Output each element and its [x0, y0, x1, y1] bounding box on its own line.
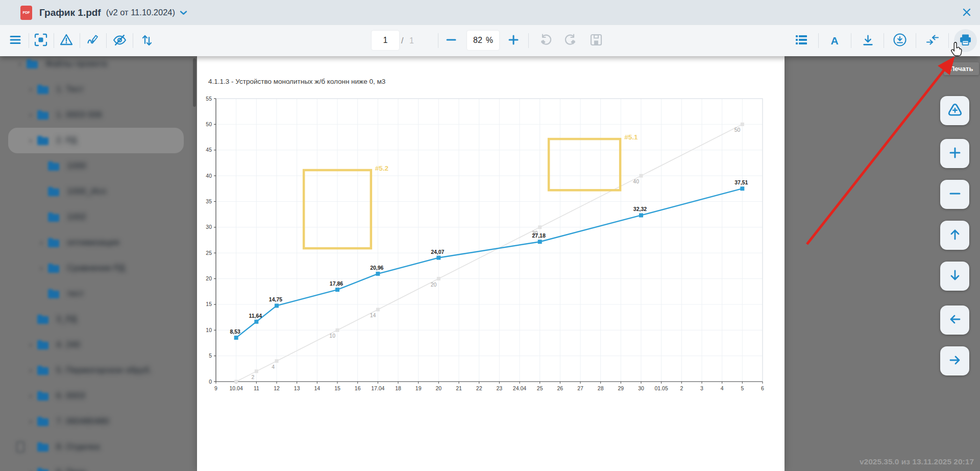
fit-to-screen-button[interactable] [29, 25, 53, 56]
sidebar-item[interactable]: 1000_Исп [8, 179, 184, 204]
download-all-button[interactable] [888, 25, 912, 56]
divider [818, 33, 819, 48]
tree-chevron-icon[interactable]: › [25, 136, 36, 145]
annotation-box[interactable]: #5.2 [304, 164, 388, 248]
download-button[interactable] [856, 25, 879, 56]
tree-chevron-icon[interactable]: › [14, 59, 26, 68]
tree-chevron-icon[interactable]: › [25, 391, 36, 401]
tree-chevron-icon[interactable]: › [25, 85, 36, 94]
redo-button[interactable] [558, 25, 582, 56]
go-forward-button[interactable] [940, 346, 969, 375]
svg-text:20: 20 [206, 275, 212, 281]
zoom-in-float-button[interactable] [940, 139, 969, 168]
page-down-button[interactable] [940, 262, 969, 291]
draw-annotation-button[interactable] [82, 25, 105, 56]
go-back-button[interactable] [940, 305, 969, 335]
undo-button[interactable] [534, 25, 558, 56]
print-button[interactable] [953, 25, 977, 56]
zoom-out-button[interactable] [439, 25, 463, 56]
add-annotation-button[interactable] [940, 96, 969, 125]
svg-text:20,96: 20,96 [370, 265, 383, 271]
svg-text:17.04: 17.04 [371, 385, 384, 391]
zoom-out-float-button[interactable] [940, 180, 969, 209]
svg-text:#5.1: #5.1 [624, 133, 638, 141]
sort-vertical-button[interactable] [135, 25, 159, 56]
menu-icon [9, 34, 21, 48]
sidebar-item-label: 1. 0003 006 [56, 110, 102, 120]
folder-icon [36, 441, 50, 453]
svg-text:25: 25 [206, 250, 212, 256]
divider [80, 33, 80, 48]
compare-collapse-button[interactable] [921, 25, 944, 56]
sidebar-item[interactable]: ›9. Проч [8, 460, 184, 471]
annotation-box[interactable]: #5.1 [549, 133, 638, 190]
sidebar-item[interactable]: ›оптимизация [8, 230, 184, 255]
sidebar-item[interactable]: тест [8, 281, 184, 307]
close-button[interactable] [961, 7, 973, 19]
red-arrow [807, 68, 945, 244]
plus-icon [508, 34, 519, 47]
sidebar-item[interactable]: ›4. 240 [8, 332, 184, 358]
folder-icon [36, 84, 50, 95]
sidebar-item[interactable]: ›1. Тест [8, 77, 184, 102]
sidebar-item-label: 1000 [67, 161, 86, 171]
zoom-level-input[interactable]: 82% [467, 31, 499, 50]
sidebar-item[interactable]: ›2. РД [8, 128, 184, 153]
svg-text:35: 35 [206, 198, 212, 204]
svg-text:18: 18 [395, 385, 401, 391]
document-status-icon [15, 441, 26, 456]
hide-annotations-button[interactable] [108, 25, 131, 56]
tree-chevron-icon[interactable]: › [36, 238, 47, 247]
sidebar-item-label: тест [67, 289, 84, 299]
tree-chevron-icon[interactable]: › [25, 366, 36, 375]
text-style-button[interactable]: A [823, 25, 846, 56]
svg-text:30: 30 [206, 224, 212, 230]
tree-chevron-icon[interactable]: › [25, 417, 36, 426]
sidebar-item[interactable]: 8. Отделка [8, 434, 184, 460]
folder-icon [36, 109, 50, 121]
divider [948, 33, 949, 48]
minus-icon [446, 34, 457, 47]
page-up-button[interactable] [940, 221, 969, 250]
sidebar-item-label: оптимизация [67, 238, 119, 248]
svg-text:40: 40 [633, 178, 639, 184]
sidebar-item[interactable]: ›1. 0003 006 [8, 102, 184, 128]
folder-icon [36, 314, 50, 325]
tree-chevron-icon[interactable]: › [25, 468, 36, 471]
chart: 0510152025303540455055910.04111213141516… [197, 56, 785, 471]
save-button[interactable] [584, 25, 608, 56]
page-number-input[interactable]: 1 [372, 31, 399, 50]
save-icon [590, 33, 603, 48]
sidebar-item[interactable]: ›6. 0003 [8, 383, 184, 409]
sidebar-item[interactable]: ›Файлы проекта [8, 56, 184, 77]
sidebar-item[interactable]: ›Сравнение РД [8, 255, 184, 281]
svg-text:24.04: 24.04 [513, 385, 526, 391]
file-tree: ›Файлы проекта›1. Тест›1. 0003 006›2. РД… [0, 56, 197, 471]
arrow-down-icon [948, 269, 962, 284]
sidebar-scrollbar[interactable] [193, 58, 196, 107]
sidebar-item[interactable]: 3_РД [8, 307, 184, 332]
sidebar-item[interactable]: 1002 [8, 204, 184, 230]
menu-button[interactable] [4, 25, 27, 56]
add-annotation-icon [947, 103, 963, 119]
sidebar-item[interactable]: ›5. Пермогорское обруб. [8, 358, 184, 383]
sidebar-item[interactable]: ›7. 060480480 [8, 409, 184, 434]
compare-collapse-icon [926, 34, 939, 48]
folder-icon [47, 237, 60, 248]
sidebar-item[interactable]: 1000 [8, 153, 184, 179]
chevron-down-icon[interactable] [180, 10, 187, 15]
svg-text:11: 11 [254, 385, 259, 391]
svg-text:#5.2: #5.2 [375, 164, 388, 172]
tree-chevron-icon[interactable]: › [36, 264, 47, 273]
tree-chevron-icon[interactable]: › [25, 110, 36, 120]
annotation-list-button[interactable] [790, 25, 813, 56]
svg-text:25: 25 [537, 385, 543, 391]
svg-text:20: 20 [431, 281, 437, 288]
svg-text:14: 14 [314, 385, 320, 391]
pdf-file-icon: PDF [20, 6, 32, 20]
zoom-in-button[interactable] [502, 25, 525, 56]
sort-vertical-icon [141, 33, 153, 48]
folder-icon [47, 160, 60, 172]
warning-button[interactable] [55, 25, 78, 56]
tree-chevron-icon[interactable]: › [25, 340, 36, 349]
